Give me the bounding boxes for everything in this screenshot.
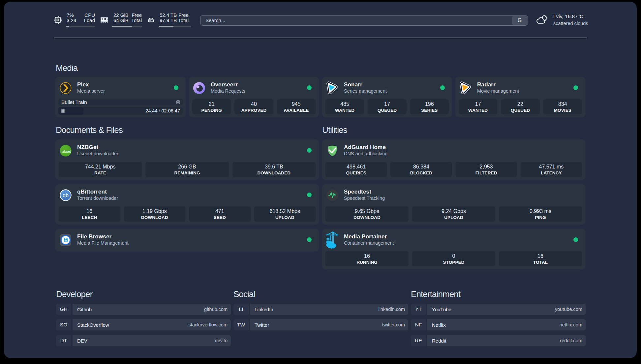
svg-text:nzbget: nzbget [60,149,71,153]
svg-text:qb: qb [63,193,69,198]
